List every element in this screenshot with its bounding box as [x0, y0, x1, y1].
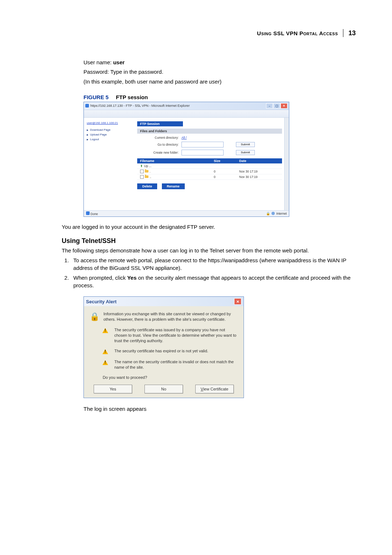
- create-submit-button[interactable]: Submit: [236, 150, 255, 155]
- sidebar-item-logout[interactable]: ▶Logout: [87, 138, 132, 141]
- goto-directory-input[interactable]: [181, 142, 224, 147]
- ftp-window-title: https://192.168.17.130 - FTP - SSL VPN -…: [85, 104, 190, 108]
- table-row[interactable]: .. 0 Nov 30 17:19: [137, 174, 282, 180]
- header-separator: [343, 29, 343, 37]
- browser-toolbar: [84, 110, 289, 118]
- alert-item-3: The name on the security certificate is …: [114, 359, 238, 370]
- figure5-caption: FIGURE 5 FTP session: [83, 94, 356, 100]
- sidebar-item-download[interactable]: ▶Download Page: [87, 128, 132, 131]
- alert-item-1: The security certificate was issued by a…: [114, 327, 238, 344]
- current-directory-row: Current directory: All /: [137, 136, 282, 139]
- lock-icon: 🔒: [266, 212, 270, 215]
- warning-icon: [102, 328, 108, 333]
- alert-title: Security Alert: [86, 299, 117, 304]
- ftp-titlebar: https://192.168.17.130 - FTP - SSL VPN -…: [84, 102, 289, 110]
- example-note: (In this example, both user name and pas…: [83, 78, 356, 85]
- folder-icon: [145, 170, 148, 173]
- current-dir-link[interactable]: All /: [181, 136, 187, 139]
- step-2: When prompted, click Yes on the security…: [70, 274, 356, 289]
- scrollbar[interactable]: [284, 118, 289, 210]
- table-row[interactable]: . 0 Nov 30 17:19: [137, 169, 282, 174]
- file-table-header: Filename Size Date: [137, 158, 282, 163]
- goto-submit-button[interactable]: Submit: [236, 142, 255, 147]
- minimize-button[interactable]: –: [266, 103, 273, 109]
- close-icon[interactable]: ✕: [234, 298, 241, 305]
- warning-icon: [102, 360, 108, 365]
- table-row-up[interactable]: ⬆Up ...: [137, 163, 282, 169]
- delete-button[interactable]: Delete: [137, 183, 157, 189]
- ftp-session-heading: FTP Session: [137, 121, 183, 126]
- ie-icon: [86, 211, 90, 215]
- ie-icon: [85, 104, 89, 108]
- step-1: To access the remote web portal, please …: [70, 256, 356, 272]
- close-button[interactable]: ✕: [281, 103, 287, 109]
- checkbox[interactable]: [140, 170, 144, 173]
- telnet-steps: To access the remote web portal, please …: [70, 256, 356, 289]
- after-figure-text: You are logged in to your account in the…: [62, 223, 356, 231]
- lock-icon: 🔒: [90, 312, 99, 322]
- username-line: User name: user: [83, 59, 356, 66]
- alert-intro: Information you exchange with this site …: [103, 311, 238, 322]
- maximize-button[interactable]: ▢: [273, 103, 280, 109]
- no-button[interactable]: No: [144, 385, 183, 393]
- yes-button[interactable]: Yes: [94, 385, 132, 393]
- goto-directory-row: Go to directory: Submit: [137, 142, 282, 147]
- status-bar: Done 🔒 Internet: [84, 210, 289, 216]
- security-alert-dialog: Security Alert ✕ 🔒 Information you excha…: [83, 296, 244, 398]
- up-arrow-icon: ⬆: [140, 164, 143, 168]
- warning-icon: [102, 349, 108, 354]
- password-line: Password: Type in the password.: [83, 68, 356, 76]
- create-folder-input[interactable]: [181, 150, 224, 155]
- folder-icon: [145, 175, 148, 178]
- telnet-intro: The following steps demonstrate how a us…: [62, 247, 356, 254]
- view-certificate-button[interactable]: View Certificate: [195, 385, 234, 393]
- alert-titlebar: Security Alert ✕: [84, 297, 244, 306]
- rename-button[interactable]: Rename: [162, 183, 185, 189]
- ftp-window: https://192.168.17.130 - FTP - SSL VPN -…: [83, 102, 289, 217]
- ftp-user-link[interactable]: user@192.168.1.100:21: [87, 121, 132, 125]
- alert-item-2: The security certificate has expired or …: [114, 348, 238, 354]
- after-alert-text: The log in screen appears: [83, 405, 356, 413]
- triangle-icon: ▶: [87, 138, 89, 141]
- page-header: Using SSL VPN Portal Access 13: [62, 29, 356, 37]
- sidebar-item-upload[interactable]: ▶Upload Page: [87, 133, 132, 136]
- triangle-icon: ▶: [87, 133, 89, 136]
- ftp-sidebar: user@192.168.1.100:21 ▶Download Page ▶Up…: [84, 118, 135, 210]
- files-folders-heading: Files and Folders: [137, 129, 282, 134]
- telnet-heading: Using Telnet/SSH: [62, 237, 356, 245]
- checkbox[interactable]: [140, 175, 144, 179]
- header-title: Using SSL VPN Portal Access: [257, 30, 338, 36]
- globe-icon: [271, 212, 275, 215]
- alert-question: Do you want to proceed?: [103, 375, 238, 380]
- triangle-icon: ▶: [87, 129, 89, 131]
- page-number: 13: [348, 29, 356, 37]
- create-folder-row: Create new folder: Submit: [137, 150, 282, 155]
